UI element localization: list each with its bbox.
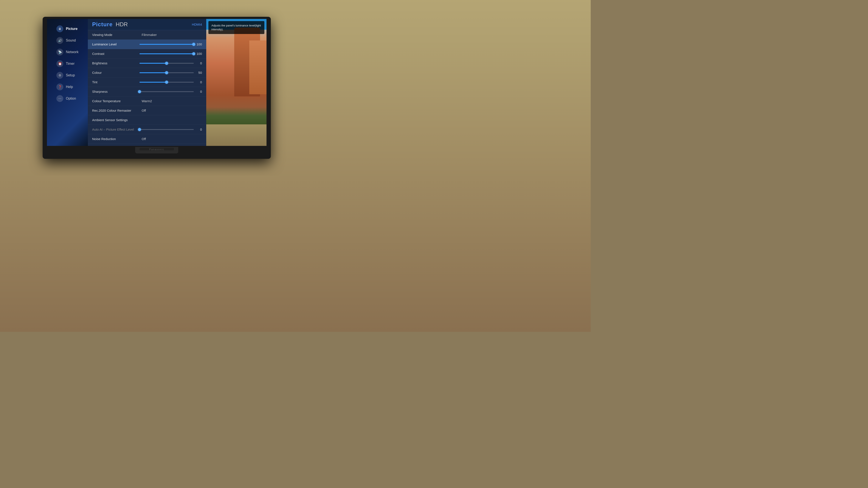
slider-value-sharpness: 0 <box>195 90 202 93</box>
network-icon: 📡 <box>56 48 63 56</box>
slider-fill-colour <box>140 72 166 73</box>
setting-value-rec2020: Off <box>142 109 146 112</box>
setting-row-noise-reduction[interactable]: Noise ReductionOff <box>88 134 206 144</box>
setting-label-colour: Colour <box>92 71 140 74</box>
slider-thumb-colour <box>165 71 168 74</box>
setting-row-colour[interactable]: Colour 50 <box>88 68 206 77</box>
sidebar-label-help: Help <box>66 85 73 89</box>
timer-icon: ⏰ <box>56 60 63 67</box>
sidebar-label-picture: Picture <box>66 27 78 31</box>
slider-fill-luminance-level <box>140 44 194 45</box>
slider-sharpness[interactable]: 0 <box>140 90 202 93</box>
slider-fill-contrast <box>140 53 194 54</box>
setting-value-noise-reduction: Off <box>142 137 146 141</box>
settings-list: Viewing ModeFilmmakerLuminance Level 100… <box>88 30 206 146</box>
setting-row-mpeg-remaster[interactable]: MPEG RemasterOff <box>88 144 206 146</box>
setting-label-sharpness: Sharpness <box>92 90 140 93</box>
sidebar-item-picture[interactable]: 🖥 Picture <box>53 23 88 34</box>
option-icon: ⋯ <box>56 95 63 102</box>
setting-row-rec2020[interactable]: Rec.2020 Colour RemasterOff <box>88 106 206 115</box>
content-header: Picture HDR HDMI4 <box>88 19 206 30</box>
sidebar-item-sound[interactable]: 🔊 Sound <box>53 35 88 46</box>
rock-formation-right <box>249 40 267 94</box>
sidebar-label-option: Option <box>66 97 76 100</box>
tv-frame: 🖥 Picture 🔊 Sound 📡 Network ⏰ Timer ⚙ Se… <box>42 17 271 159</box>
setting-row-viewing-mode[interactable]: Viewing ModeFilmmaker <box>88 30 206 40</box>
setting-label-tint: Tint <box>92 80 140 84</box>
slider-track-tint <box>140 82 194 83</box>
setting-row-ambient-sensor[interactable]: Ambient Sensor Settings <box>88 115 206 125</box>
slider-value-auto-ai: 0 <box>195 128 202 131</box>
setting-label-brightness: Brightness <box>92 61 140 65</box>
sidebar-label-sound: Sound <box>66 38 76 42</box>
sidebar-item-option[interactable]: ⋯ Option <box>53 93 88 104</box>
slider-thumb-luminance-level <box>192 43 195 46</box>
slider-value-contrast: 100 <box>195 52 202 56</box>
slider-track-luminance-level <box>140 44 194 45</box>
slider-contrast[interactable]: 100 <box>140 52 202 56</box>
slider-thumb-tint <box>165 81 168 84</box>
slider-track-brightness <box>140 63 194 64</box>
slider-value-tint: 0 <box>195 80 202 84</box>
sidebar-item-setup[interactable]: ⚙ Setup <box>53 70 88 81</box>
slider-thumb-contrast <box>192 52 195 55</box>
main-content: Picture HDR HDMI4 Viewing ModeFilmmakerL… <box>88 19 206 146</box>
setting-label-auto-ai: Auto AI – Picture Effect Level <box>92 128 140 131</box>
setting-row-brightness[interactable]: Brightness 0 <box>88 59 206 68</box>
setting-label-ambient-sensor: Ambient Sensor Settings <box>92 118 140 122</box>
slider-track-contrast <box>140 53 194 54</box>
slider-track-colour <box>140 72 194 73</box>
setting-row-colour-temperature[interactable]: Colour TemperatureWarm2 <box>88 96 206 106</box>
tv-screen: 🖥 Picture 🔊 Sound 📡 Network ⏰ Timer ⚙ Se… <box>47 19 267 146</box>
setting-value-viewing-mode: Filmmaker <box>142 33 157 37</box>
setting-row-auto-ai[interactable]: Auto AI – Picture Effect Level 0 <box>88 125 206 134</box>
setting-row-tint[interactable]: Tint 0 <box>88 77 206 87</box>
preview-image: Adjusts the panel's luminance level(ligh… <box>206 19 267 146</box>
setting-label-contrast: Contrast <box>92 52 140 56</box>
setting-row-sharpness[interactable]: Sharpness 0 <box>88 87 206 96</box>
slider-thumb-auto-ai <box>138 128 141 131</box>
slider-value-colour: 50 <box>195 71 202 74</box>
slider-thumb-brightness <box>165 62 168 65</box>
sidebar-item-help[interactable]: ❓ Help <box>53 81 88 93</box>
source-label: HDMI4 <box>192 23 202 26</box>
setup-icon: ⚙ <box>56 72 63 79</box>
setting-label-noise-reduction: Noise Reduction <box>92 137 140 141</box>
slider-fill-tint <box>140 82 166 83</box>
left-panel: 🖥 Picture 🔊 Sound 📡 Network ⏰ Timer ⚙ Se… <box>47 19 88 146</box>
sidebar-item-timer[interactable]: ⏰ Timer <box>53 58 88 69</box>
setting-row-contrast[interactable]: Contrast 100 <box>88 49 206 59</box>
slider-colour[interactable]: 50 <box>140 71 202 74</box>
sidebar-label-timer: Timer <box>66 62 74 66</box>
sound-icon: 🔊 <box>56 37 63 44</box>
setting-label-rec2020: Rec.2020 Colour Remaster <box>92 109 140 112</box>
sidebar-label-network: Network <box>66 50 79 54</box>
tv-brand: Panasonic <box>149 148 164 151</box>
sidebar-item-network[interactable]: 📡 Network <box>53 46 88 58</box>
slider-auto-ai[interactable]: 0 <box>140 128 202 131</box>
picture-icon: 🖥 <box>56 25 63 32</box>
help-icon: ❓ <box>56 84 63 90</box>
slider-value-brightness: 0 <box>195 61 202 65</box>
ground <box>206 124 267 146</box>
slider-thumb-sharpness <box>138 90 141 93</box>
setting-value-colour-temperature: Warm2 <box>142 99 152 103</box>
slider-track-auto-ai <box>140 129 194 130</box>
slider-value-luminance-level: 100 <box>195 42 202 46</box>
slider-tint[interactable]: 0 <box>140 80 202 84</box>
setting-label-colour-temperature: Colour Temperature <box>92 99 140 103</box>
slider-luminance-level[interactable]: 100 <box>140 42 202 46</box>
setting-label-viewing-mode: Viewing Mode <box>92 33 140 37</box>
setting-row-luminance-level[interactable]: Luminance Level 100 <box>88 40 206 49</box>
page-subtitle: HDR <box>116 21 128 28</box>
slider-track-sharpness <box>140 91 194 92</box>
page-title: Picture <box>92 21 113 28</box>
sidebar: 🖥 Picture 🔊 Sound 📡 Network ⏰ Timer ⚙ Se… <box>53 19 88 146</box>
luminance-tooltip: Adjusts the panel's luminance level(ligh… <box>208 21 265 34</box>
right-preview-panel: Adjusts the panel's luminance level(ligh… <box>206 19 267 146</box>
sidebar-label-setup: Setup <box>66 73 75 77</box>
slider-fill-brightness <box>140 63 166 64</box>
setting-label-luminance-level: Luminance Level <box>92 42 140 46</box>
slider-brightness[interactable]: 0 <box>140 61 202 65</box>
